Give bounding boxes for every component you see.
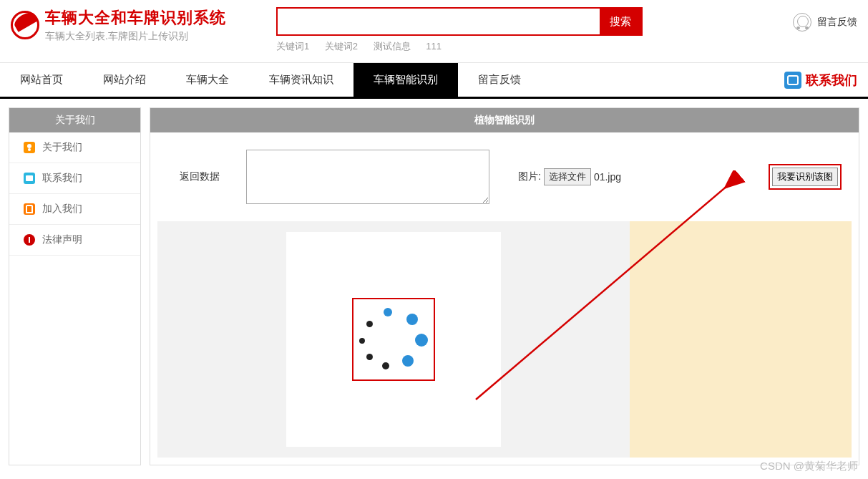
loading-spinner-icon: [358, 304, 429, 375]
law-icon: [24, 234, 35, 246]
spinner-highlight: [352, 298, 435, 381]
choose-file-button[interactable]: 选择文件: [544, 168, 591, 185]
image-label: 图片:: [518, 170, 541, 183]
feedback-label: 留言反馈: [817, 16, 857, 29]
join-icon: [24, 203, 35, 215]
image-preview-area: [157, 221, 630, 458]
file-name: 01.jpg: [594, 171, 621, 183]
feedback-icon: [793, 13, 811, 32]
main-header: 植物智能识别: [150, 108, 859, 132]
sidebar: 关于我们 关于我们 联系我们 加入我们 法律声明: [9, 107, 141, 465]
nav-info[interactable]: 车辆资讯知识: [249, 63, 353, 97]
nav-home[interactable]: 网站首页: [0, 63, 83, 97]
nav-feedback[interactable]: 留言反馈: [458, 63, 541, 97]
recognize-button[interactable]: 我要识别该图: [772, 168, 838, 186]
sidebar-item-join[interactable]: 加入我们: [9, 194, 140, 225]
contact-us-link[interactable]: 联系我们: [784, 72, 868, 89]
main-nav: 网站首页 网站介绍 车辆大全 车辆资讯知识 车辆智能识别 留言反馈 联系我们: [0, 63, 868, 99]
sidebar-item-label: 法律声明: [42, 233, 82, 246]
image-box: [286, 232, 501, 447]
sidebar-item-label: 加入我们: [42, 203, 82, 216]
recognize-highlight: 我要识别该图: [769, 164, 842, 190]
watermark: CSDN @黄菊华老师: [760, 460, 858, 473]
nav-about[interactable]: 网站介绍: [83, 63, 166, 97]
phone-icon: [784, 72, 801, 89]
sidebar-item-about[interactable]: 关于我们: [9, 132, 140, 163]
return-data-label: 返回数据: [160, 170, 239, 183]
search-button[interactable]: 搜索: [600, 9, 641, 34]
logo-area: 车辆大全和车牌识别系统 车辆大全列表.车牌图片上传识别: [11, 7, 226, 43]
keyword-list: 关键词1 关键词2 测试信息 111: [276, 40, 643, 53]
main-panel: 植物智能识别 返回数据 图片: 选择文件 01.jpg 我要识别该图: [150, 107, 859, 465]
keyword-link[interactable]: 测试信息: [374, 41, 411, 52]
nav-recognize[interactable]: 车辆智能识别: [353, 63, 458, 97]
sidebar-item-contact[interactable]: 联系我们: [9, 163, 140, 194]
search-input[interactable]: [278, 9, 600, 34]
sidebar-header: 关于我们: [9, 108, 140, 132]
site-title: 车辆大全和车牌识别系统: [45, 7, 226, 29]
site-subtitle: 车辆大全列表.车牌图片上传识别: [45, 30, 226, 43]
contact-icon: [24, 173, 35, 184]
result-area: [630, 221, 852, 458]
keyword-link[interactable]: 111: [426, 41, 442, 52]
logo-icon: [11, 11, 39, 39]
feedback-link[interactable]: 留言反馈: [793, 7, 857, 32]
sidebar-item-label: 联系我们: [42, 172, 82, 185]
nav-vehicles[interactable]: 车辆大全: [166, 63, 249, 97]
contact-us-label: 联系我们: [806, 72, 857, 89]
about-icon: [24, 142, 35, 153]
return-data-textarea[interactable]: [246, 150, 489, 204]
search-box: 搜索: [276, 7, 643, 36]
keyword-link[interactable]: 关键词2: [325, 41, 358, 52]
sidebar-item-label: 关于我们: [42, 141, 82, 154]
keyword-link[interactable]: 关键词1: [276, 41, 309, 52]
sidebar-item-law[interactable]: 法律声明: [9, 225, 140, 256]
